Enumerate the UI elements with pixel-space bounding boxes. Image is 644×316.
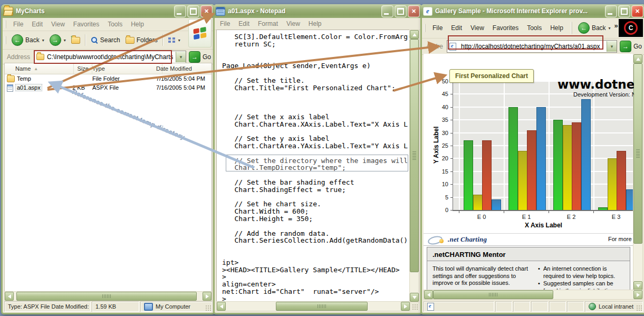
close-button[interactable]: ✕ [200,5,213,17]
netcharting-swoosh-icon [427,235,445,244]
scroll-right-button[interactable] [203,292,212,301]
menu-item[interactable]: Edit [27,20,47,29]
mentor-bullet: Suggested samples can be found in the .z… [538,280,629,291]
back-icon: ← [578,22,590,34]
close-button[interactable]: ✕ [408,5,420,17]
maximize-button[interactable] [187,5,199,17]
file-icon [7,75,15,82]
menu-item[interactable]: Help [127,20,148,29]
bar-blue [581,99,591,210]
scroll-left-button[interactable] [217,302,226,311]
toolbar-grip[interactable] [5,36,6,44]
forward-button[interactable]: → ▾ [47,33,69,47]
file-row[interactable]: a01.aspx 2 KB ASPX File 7/16/2005 5:04 P… [5,83,212,92]
resize-grip[interactable] [636,305,642,311]
menu-item[interactable]: File [216,19,234,28]
menu-item[interactable]: Help [546,23,568,33]
search-button[interactable]: Search [88,35,123,45]
scrollbar-thumb[interactable] [410,39,419,272]
menu-item[interactable]: File [428,23,447,33]
address-input[interactable]: C:\Inetpub\wwwroot\dotnetcharting\MyChar… [34,51,186,63]
back-button[interactable]: ← Back ▾ [9,33,47,47]
toolbar-grip[interactable] [5,20,6,28]
resize-grip[interactable] [205,305,212,311]
watermark-text: www.dotnetcha [558,78,634,91]
scroll-down-button[interactable] [410,293,419,302]
folders-button[interactable]: Folders [123,35,160,45]
explorer-titlebar[interactable]: MyCharts ✕ [1,4,215,18]
menu-item[interactable]: Format [254,19,282,28]
scrollbar-thumb[interactable] [276,302,368,311]
minimize-button[interactable] [174,5,186,17]
ie-titlebar[interactable]: e Gallery Sample - Microsoft Internet Ex… [420,4,644,18]
scroll-up-button[interactable] [410,30,419,39]
go-button[interactable]: → Go [189,51,211,63]
scroll-left-button[interactable] [424,290,433,299]
scrollbar-thumb[interactable] [433,290,553,299]
horizontal-scrollbar[interactable] [216,301,410,311]
column-header-modified[interactable]: Date Modified [153,63,212,74]
bar-green [508,107,518,210]
menu-item[interactable]: Edit [447,23,466,33]
menu-item[interactable]: Help [304,19,326,28]
scroll-left-button[interactable] [5,292,14,301]
dotnetcharting-logo-icon: C [624,21,638,35]
horizontal-scrollbar[interactable] [424,290,643,300]
notepad-titlebar[interactable]: a01.aspx - Notepad ✕ [213,4,422,18]
vertical-scrollbar[interactable] [409,30,419,302]
scroll-right-button[interactable] [633,290,642,299]
address-dropdown-button[interactable]: ▾ [176,52,186,62]
file-type: ASPX File [92,84,119,91]
minimize-button[interactable] [381,5,393,17]
menu-item[interactable]: View [47,20,69,29]
scrollbar-thumb[interactable] [16,292,197,301]
explorer-menubar: FileEditViewFavoritesToolsHelp [3,18,214,31]
minimize-button[interactable] [605,5,617,17]
search-label: Search [100,36,120,44]
scroll-down-button[interactable] [633,281,642,290]
menu-item[interactable]: View [282,19,304,28]
column-header-type[interactable]: Type [86,63,162,74]
menu-item[interactable]: Tools [523,23,546,33]
resize-grip[interactable] [412,304,418,310]
menu-item[interactable]: File [9,20,27,29]
bar-red [527,130,536,210]
close-button[interactable]: ✕ [631,5,643,17]
x-category-label: E 3 [600,214,632,220]
toolbar-grip[interactable] [424,24,426,32]
notepad-window: a01.aspx - Notepad ✕ FileEditFormatViewH… [213,4,422,314]
bar-yellow [608,158,617,210]
horizontal-scrollbar[interactable] [4,291,212,301]
up-button[interactable]: ↑ [69,36,83,45]
scrollbar-thumb[interactable] [633,63,642,244]
scroll-up-button[interactable] [633,54,642,63]
file-row[interactable]: Temp File Folder 7/16/2005 5:04 PM [5,74,212,83]
vertical-scrollbar[interactable] [633,54,643,291]
file-name[interactable]: a01.aspx [16,84,42,91]
more-info-link[interactable]: For more inform [608,236,634,242]
views-button[interactable]: ▾ [166,36,183,44]
file-name[interactable]: Temp [16,75,32,82]
x-tick-mark [504,211,504,213]
address-dropdown-button[interactable]: ▾ [607,41,617,52]
menu-item[interactable]: Favorites [488,23,523,33]
explorer-title: MyCharts [16,7,172,15]
explorer-toolbar: ← Back ▾ → ▾ ↑ Search Folders [3,31,214,50]
chevron-down-icon: ▾ [609,26,611,31]
maximize-button[interactable] [395,5,407,17]
go-button[interactable]: → Go [620,41,642,52]
watermark-subtext: Development Version: Not [573,91,634,98]
menu-item[interactable]: View [466,23,488,33]
menu-item[interactable]: Tools [103,20,127,29]
gridline [504,81,505,210]
toolbar-overflow-chevron[interactable]: » [614,22,618,30]
menu-item[interactable]: Edit [234,19,254,28]
menu-item[interactable]: Favorites [69,20,103,29]
address-input[interactable]: http://localhost/dotnetcharting/myCharts… [447,40,617,53]
back-button[interactable]: ← Back ▾ [575,21,613,35]
ie-menubar: FileEditViewFavoritesToolsHelp ← Back ▾ … [422,18,644,39]
maximize-button[interactable] [618,5,630,17]
scroll-right-button[interactable] [401,302,410,311]
mentor-bullet: An internet connection is required to vi… [538,265,629,280]
plot-area: www.dotnetcha Development Version: Not [453,81,634,211]
